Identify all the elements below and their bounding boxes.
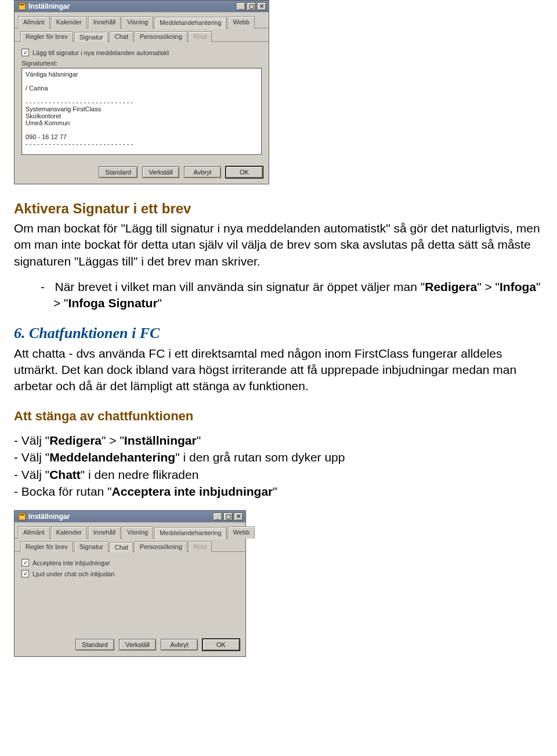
subtab-rost: Röst	[189, 31, 212, 42]
heading-aktivera-signatur: Aktivera Signatur i ett brev	[14, 201, 543, 217]
titlebar[interactable]: Inställningar _ ▢ ✕	[15, 511, 245, 522]
ok-button[interactable]: OK	[202, 639, 240, 650]
tab-webb[interactable]: Webb	[228, 526, 255, 539]
tab-visning[interactable]: Visning	[122, 16, 153, 28]
app-icon	[18, 2, 26, 10]
subtab-chat[interactable]: Chat	[110, 31, 133, 42]
standard-button[interactable]: Standard	[99, 166, 138, 178]
step-1: - Välj "Redigera" > "Inställningar"	[14, 432, 543, 449]
step-3: - Välj "Chatt" i den nedre flikraden	[14, 466, 543, 483]
apply-button[interactable]: Verkställ	[142, 166, 179, 178]
ok-button[interactable]: OK	[226, 166, 263, 178]
heading-chatfunktionen: 6. Chatfunktionen i FC	[14, 325, 543, 342]
button-bar: Standard Verkställ Avbryt OK	[15, 633, 245, 656]
minimize-button[interactable]: _	[236, 2, 245, 10]
minimize-button[interactable]: _	[213, 513, 222, 521]
cancel-button[interactable]: Avbryt	[161, 639, 198, 650]
svg-rect-1	[20, 4, 24, 5]
checkbox-accept-none-label: Acceptera inte inbjudningar	[32, 559, 110, 566]
titlebar[interactable]: Inställningar _ ▢ ✕	[15, 1, 269, 12]
tab-meddelandehantering[interactable]: Meddelandehantering	[154, 17, 226, 29]
signature-label: Signaturtext:	[21, 60, 263, 67]
checkbox-sound-label: Ljud under chat och inbjudan	[32, 570, 114, 577]
maximize-button[interactable]: ▢	[223, 513, 233, 521]
cancel-button[interactable]: Avbryt	[184, 166, 221, 178]
tab-innehall[interactable]: Innehåll	[88, 526, 121, 539]
tab-kalender[interactable]: Kalender	[51, 16, 87, 28]
svg-rect-2	[19, 513, 26, 520]
checkbox-auto-signature[interactable]: ✓	[21, 49, 29, 56]
tab-allmant[interactable]: Allmänt	[18, 16, 50, 28]
subtabs-row: Regler för brev Signatur Chat Personsökn…	[15, 539, 245, 552]
window-title: Inställningar	[28, 513, 213, 521]
subtab-signatur[interactable]: Signatur	[74, 541, 108, 552]
paragraph-chat: Att chatta - dvs använda FC i ett direkt…	[14, 346, 543, 395]
subtab-signatur[interactable]: Signatur	[74, 32, 108, 42]
button-bar: Standard Verkställ Avbryt OK	[15, 161, 269, 184]
step-2: - Välj "Meddelandehantering" i den grå r…	[14, 449, 543, 466]
tab-innehall[interactable]: Innehåll	[88, 16, 121, 28]
tab-kalender[interactable]: Kalender	[51, 526, 87, 539]
svg-rect-0	[19, 3, 26, 10]
tab-meddelandehantering[interactable]: Meddelandehantering	[154, 527, 226, 539]
window-body: ✓ Acceptera inte inbjudningar ✓ Ljud und…	[15, 552, 245, 633]
subtab-regler[interactable]: Regler för brev	[20, 31, 73, 42]
checkbox-sound[interactable]: ✓	[21, 570, 29, 577]
settings-window-2: Inställningar _ ▢ ✕ Allmänt Kalender Inn…	[14, 510, 246, 657]
tabs-row: Allmänt Kalender Innehåll Visning Meddel…	[15, 522, 245, 539]
subtab-chat[interactable]: Chat	[110, 542, 133, 553]
subtab-rost: Röst	[189, 541, 212, 552]
window-body: ✓ Lägg till signatur i nya meddelanden a…	[15, 42, 269, 161]
tab-visning[interactable]: Visning	[122, 526, 153, 539]
checkbox-auto-signature-label: Lägg till signatur i nya meddelanden aut…	[32, 49, 169, 56]
subtab-regler[interactable]: Regler för brev	[20, 541, 73, 552]
heading-stanga-av: Att stänga av chattfunktionen	[14, 409, 543, 424]
steps-list: - Välj "Redigera" > "Inställningar" - Vä…	[14, 432, 543, 500]
subtabs-row: Regler för brev Signatur Chat Personsökn…	[15, 28, 269, 42]
close-button[interactable]: ✕	[257, 2, 266, 10]
maximize-button[interactable]: ▢	[247, 2, 256, 10]
subtab-personsokning[interactable]: Personsökning	[135, 541, 187, 552]
tabs-row: Allmänt Kalender Innehåll Visning Meddel…	[15, 12, 269, 28]
window-title: Inställningar	[28, 2, 236, 10]
tab-allmant[interactable]: Allmänt	[18, 526, 50, 539]
step-4: - Bocka för rutan "Acceptera inte inbjud…	[14, 483, 543, 500]
paragraph-intro: Om man bockat för "Lägg till signatur i …	[14, 220, 543, 270]
standard-button[interactable]: Standard	[75, 639, 114, 650]
svg-rect-3	[20, 514, 24, 515]
apply-button[interactable]: Verkställ	[119, 639, 156, 650]
settings-window-1: Inställningar _ ▢ ✕ Allmänt Kalender Inn…	[14, 0, 269, 184]
app-icon	[18, 513, 26, 521]
close-button[interactable]: ✕	[234, 513, 243, 521]
subtab-personsokning[interactable]: Personsökning	[135, 31, 187, 42]
tab-webb[interactable]: Webb	[228, 16, 255, 28]
checkbox-accept-none[interactable]: ✓	[21, 559, 29, 566]
list-item-redigera-infoga: - När brevet i vilket man vill använda s…	[41, 279, 543, 312]
signature-textarea[interactable]: Vänliga hälsningar / Carina - - - - - - …	[21, 68, 262, 155]
